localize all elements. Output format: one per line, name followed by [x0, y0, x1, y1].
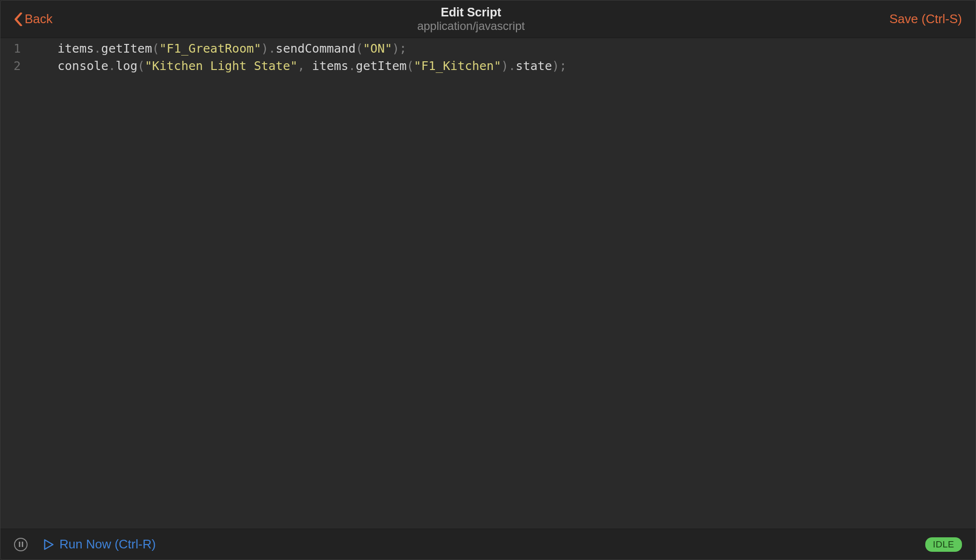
status-text: IDLE [933, 539, 954, 549]
run-now-button[interactable]: Run Now (Ctrl-R) [44, 537, 156, 552]
line-number: 2 [0, 57, 21, 75]
code-editor[interactable]: 12 items.getItem("F1_GreatRoom").sendCom… [0, 38, 976, 529]
pause-button[interactable] [14, 538, 28, 551]
footer-bar: Run Now (Ctrl-R) IDLE [0, 529, 976, 560]
run-now-label: Run Now (Ctrl-R) [59, 537, 156, 552]
save-label: Save (Ctrl-S) [890, 12, 962, 26]
line-number: 1 [0, 40, 21, 57]
header-bar: Back Edit Script application/javascript … [0, 0, 976, 38]
page-subtitle: application/javascript [417, 19, 525, 33]
back-button[interactable]: Back [14, 12, 53, 27]
page-title: Edit Script [441, 5, 501, 19]
code-line[interactable]: console.log("Kitchen Light State", items… [57, 57, 976, 75]
title-block: Edit Script application/javascript [417, 5, 525, 33]
line-gutter: 12 [0, 40, 29, 529]
chevron-left-icon [14, 13, 23, 26]
save-button[interactable]: Save (Ctrl-S) [890, 12, 962, 27]
code-line[interactable]: items.getItem("F1_GreatRoom").sendComman… [57, 40, 976, 57]
footer-left: Run Now (Ctrl-R) [14, 537, 156, 552]
back-label: Back [25, 12, 53, 27]
status-badge: IDLE [925, 537, 962, 552]
code-area[interactable]: items.getItem("F1_GreatRoom").sendComman… [29, 40, 976, 529]
play-icon [44, 539, 54, 550]
